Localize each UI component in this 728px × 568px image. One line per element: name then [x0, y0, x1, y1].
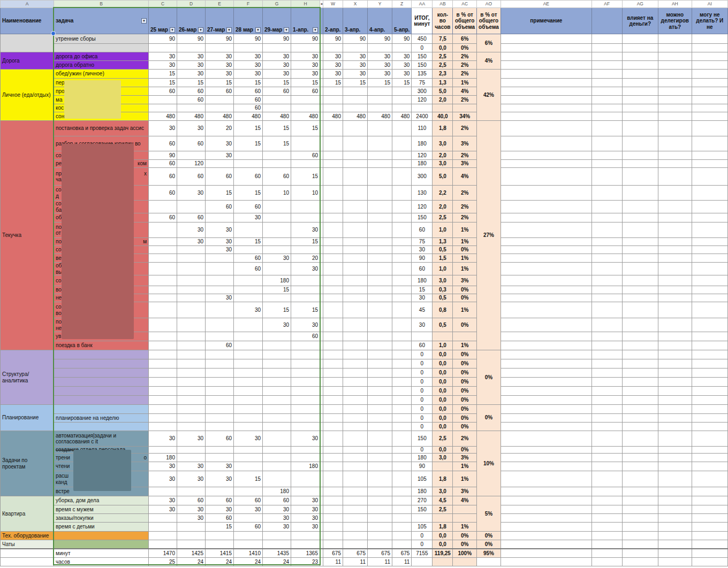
task-cell[interactable]: [54, 532, 149, 540]
day-cell[interactable]: 480: [149, 112, 177, 121]
day-cell[interactable]: [149, 332, 177, 341]
extra-day-cell[interactable]: [343, 378, 368, 387]
day-cell[interactable]: [234, 222, 263, 238]
extra-day-cell[interactable]: [323, 294, 343, 302]
day-cell[interactable]: [206, 302, 234, 318]
percent-cell[interactable]: 2%: [453, 431, 477, 447]
extra-day-cell[interactable]: 30: [343, 70, 368, 79]
day-cell[interactable]: [206, 318, 234, 332]
day-cell[interactable]: 30: [234, 70, 263, 79]
delegate-cell[interactable]: [658, 558, 692, 566]
extra-day-cell[interactable]: [323, 302, 343, 318]
percent-cell[interactable]: 1%: [453, 238, 477, 246]
day-cell[interactable]: [149, 487, 177, 496]
day-cell[interactable]: 60: [291, 151, 320, 160]
day-cell[interactable]: 60: [291, 87, 320, 96]
day-cell[interactable]: 60: [234, 263, 263, 275]
money-cell[interactable]: [622, 396, 658, 405]
day-cell[interactable]: [234, 487, 263, 496]
day-cell[interactable]: [291, 387, 320, 396]
cell-af[interactable]: [592, 263, 622, 275]
total-minutes-cell[interactable]: 60: [412, 263, 433, 275]
day-cell[interactable]: 60: [263, 168, 291, 186]
extra-day-cell[interactable]: [323, 359, 343, 369]
day-cell[interactable]: 180: [263, 487, 291, 496]
note-cell[interactable]: [500, 505, 592, 514]
day-cell[interactable]: 180: [263, 275, 291, 286]
day-cell[interactable]: [291, 454, 320, 462]
day-cell[interactable]: 60: [149, 186, 177, 201]
cell-af[interactable]: [592, 462, 622, 471]
delegate-cell[interactable]: [658, 79, 692, 87]
day-cell[interactable]: [234, 423, 263, 431]
delegate-cell[interactable]: [658, 540, 692, 549]
day-cell[interactable]: 15: [149, 79, 177, 87]
day-cell[interactable]: 30: [291, 318, 320, 332]
money-cell[interactable]: [622, 447, 658, 454]
day-cell[interactable]: [234, 454, 263, 462]
note-cell[interactable]: [500, 104, 592, 112]
cell-af[interactable]: [592, 238, 622, 246]
delegate-cell[interactable]: [658, 405, 692, 414]
extra-day-cell[interactable]: [343, 318, 368, 332]
day-cell[interactable]: [206, 447, 234, 454]
day-cell[interactable]: [206, 487, 234, 496]
extra-day-cell[interactable]: [343, 136, 368, 151]
task-cell[interactable]: дорога обратно: [54, 61, 149, 70]
total-minutes-cell[interactable]: 270: [412, 496, 433, 505]
day-cell[interactable]: 60: [206, 496, 234, 505]
day-cell[interactable]: 30: [177, 462, 206, 471]
day-cell[interactable]: 30: [234, 61, 263, 70]
task-cell[interactable]: создание отдела персонала: [54, 447, 149, 454]
day-cell[interactable]: [206, 254, 234, 263]
day-cell[interactable]: [291, 532, 320, 540]
delegate-cell[interactable]: [658, 104, 692, 112]
hours-cell[interactable]: 1,3: [433, 238, 453, 246]
extra-day-cell[interactable]: [392, 341, 412, 350]
extra-day-cell[interactable]: [368, 532, 392, 540]
delegate-cell[interactable]: [658, 286, 692, 294]
extra-day-cell[interactable]: [323, 87, 343, 96]
cell-af[interactable]: [592, 447, 622, 454]
cell-af[interactable]: [592, 201, 622, 213]
delegate-cell[interactable]: [658, 168, 692, 186]
extra-day-cell[interactable]: [368, 318, 392, 332]
hours-cell[interactable]: 1,3: [433, 79, 453, 87]
day-cell[interactable]: [263, 96, 291, 104]
day-cell[interactable]: [234, 275, 263, 286]
extra-day-cell[interactable]: [323, 454, 343, 462]
day-cell[interactable]: [291, 540, 320, 549]
extra-day-cell[interactable]: 675: [392, 549, 412, 558]
section-name-cell[interactable]: [1, 549, 54, 558]
day-cell[interactable]: [234, 532, 263, 540]
extra-day-cell[interactable]: 11: [392, 558, 412, 566]
day-cell[interactable]: 30: [206, 70, 234, 79]
day-cell[interactable]: [149, 523, 177, 532]
cell-af[interactable]: [592, 222, 622, 238]
money-cell[interactable]: [622, 151, 658, 160]
hours-cell[interactable]: 1,0: [433, 341, 453, 350]
extra-day-cell[interactable]: [343, 186, 368, 201]
hours-cell[interactable]: 0,0: [433, 540, 453, 549]
hours-cell[interactable]: 2,0: [433, 96, 453, 104]
day-cell[interactable]: [206, 540, 234, 549]
percent-cell[interactable]: [453, 505, 477, 514]
column-header-A[interactable]: A: [1, 1, 54, 8]
section-name-cell[interactable]: [1, 558, 54, 566]
task-cell[interactable]: минут: [54, 549, 149, 558]
percent-cell[interactable]: 2%: [453, 213, 477, 222]
extra-day-cell[interactable]: 30: [323, 61, 343, 70]
day-cell[interactable]: [234, 341, 263, 350]
extra-day-cell[interactable]: [392, 462, 412, 471]
day-cell[interactable]: 30: [177, 238, 206, 246]
skip-cell[interactable]: [692, 112, 727, 121]
percent-cell[interactable]: 0%: [453, 405, 477, 414]
money-cell[interactable]: [622, 496, 658, 505]
percent-cell[interactable]: 0%: [453, 359, 477, 369]
day-cell[interactable]: [291, 246, 320, 254]
extra-day-cell[interactable]: 30: [343, 52, 368, 61]
extra-day-cell[interactable]: [392, 254, 412, 263]
extra-day-cell[interactable]: [343, 168, 368, 186]
day-cell[interactable]: 30: [234, 431, 263, 447]
note-cell[interactable]: [500, 369, 592, 378]
